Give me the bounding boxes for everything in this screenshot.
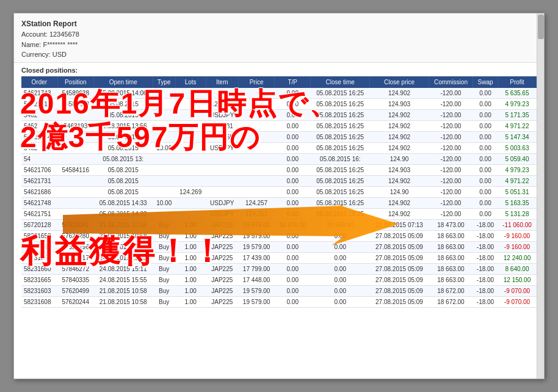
table-cell: 05.08.2015 16:25 [311, 88, 370, 99]
table-cell [239, 120, 275, 131]
table-cell: -120.00 [429, 186, 473, 197]
table-cell: 0.00 [311, 252, 370, 263]
table-cell: -120.00 [429, 164, 473, 175]
table-cell: -9 160.00 [498, 241, 536, 252]
table-cell: 17 799.00 [239, 263, 275, 274]
table-row: 546217065458411605.08.20150.0005.08.2015… [21, 164, 537, 175]
col-commission: Commission [429, 76, 473, 88]
col-order: Order [21, 76, 57, 88]
table-cell [57, 175, 93, 186]
table-cell: JAP225 [206, 219, 238, 230]
table-cell [239, 164, 275, 175]
table-cell: 0.00 [473, 120, 498, 131]
table-cell: 21.08.2015 10:58 [93, 241, 153, 252]
table-cell: 54621744 [21, 131, 57, 142]
table-cell: 0.00 [275, 109, 311, 120]
table-cell: 18 476.00 [275, 219, 311, 230]
table-cell: 58231603 [21, 285, 57, 296]
table-cell: 124.902 [370, 142, 429, 153]
table-body: 546217435458963805.08.2015 14:060.0005.0… [21, 88, 537, 308]
table-cell: 0.00 [473, 208, 498, 219]
table-cell [153, 186, 175, 197]
table-cell [57, 131, 93, 142]
table-cell: JAP225 [206, 252, 238, 263]
table-cell [175, 208, 206, 219]
table-cell [153, 98, 175, 109]
scrollbar-thumb[interactable] [538, 15, 544, 39]
table-cell: 0.00 [275, 120, 311, 131]
table-cell: 0.00 [311, 274, 370, 285]
table-cell: 0.00 [275, 241, 311, 252]
table-cell [175, 164, 206, 175]
section-closed-positions: Closed positions: [14, 63, 544, 76]
table-cell [153, 175, 175, 186]
table-cell: -120.00 [429, 153, 473, 164]
table-cell: 54621686 [21, 186, 57, 197]
table-cell: USDJPY [206, 197, 238, 208]
table-cell: 1.00 [175, 285, 206, 296]
table-cell: 0.00 [275, 208, 311, 219]
table-cell [206, 164, 238, 175]
table-cell: 58231665 [21, 274, 57, 285]
table-cell [175, 120, 206, 131]
table-cell: 05.08.2015 16:25 [311, 197, 370, 208]
table-cell: 0.00 [275, 197, 311, 208]
table-cell [239, 88, 275, 99]
table-cell: 0.00 [275, 98, 311, 109]
table-cell [175, 98, 206, 109]
table-cell: 05.08.2015 16:25 [311, 120, 370, 131]
table-cell: 57840417 [57, 252, 93, 263]
table-cell [175, 197, 206, 208]
table-cell: 1.00 [175, 274, 206, 285]
col-profit: Profit [498, 76, 536, 88]
table-cell: 124.281 [206, 120, 238, 131]
table-cell: 24.08.2015 15:11 [93, 263, 153, 274]
table-cell: 21.08.2015 07:13 [370, 219, 429, 230]
table-row: 546205.08.201510.00USDJPY0.0005.08.2015 … [21, 142, 537, 153]
table-cell: 05.08.2015 16:25 [311, 186, 370, 197]
table-cell [175, 109, 206, 120]
table-cell: 27.08.2015 05:09 [370, 285, 429, 296]
table-cell: 5463193 [57, 120, 93, 131]
table-cell: 0.00 [275, 263, 311, 274]
table-cell: 57620499 [57, 285, 93, 296]
table-cell [153, 120, 175, 131]
table-cell: -120.00 [429, 88, 473, 99]
table-cell: 0.00 [473, 131, 498, 142]
table-cell [239, 98, 275, 109]
table-cell: -120.00 [429, 109, 473, 120]
table-cell: 57620244 [57, 296, 93, 307]
table-cell: 0.00 [311, 230, 370, 241]
table-cell: 54621743 [21, 88, 57, 99]
table-cell: 124.257 [239, 197, 275, 208]
table-cell: 5462 [21, 109, 57, 120]
table-cell: 19 579.00 [239, 241, 275, 252]
table-cell: Buy [153, 230, 175, 241]
name-line: Name: F******* **** [21, 40, 537, 50]
table-cell [206, 175, 238, 186]
table-cell: 05.08.2015 16:25 [311, 98, 370, 109]
table-cell: 0.00 [275, 252, 311, 263]
table-cell: 05.08.2015 16:25 [311, 208, 370, 219]
table-cell: -120.00 [429, 197, 473, 208]
table-cell: 5 635.65 [498, 88, 536, 99]
table-row: 582316085762024421.08.2015 10:58Buy1.00J… [21, 296, 537, 307]
account-value: 12345678 [49, 31, 79, 38]
table-cell [57, 142, 93, 153]
table-cell: 05.08.2015 16:25 [311, 109, 370, 120]
table-cell: 124.259 [206, 131, 238, 142]
table-cell [57, 197, 93, 208]
table-cell: 0.00 [275, 175, 311, 186]
table-cell: JAP225 [206, 285, 238, 296]
table-cell: 57620280 [57, 230, 93, 241]
table-cell: 05.08.2015 16: [311, 153, 370, 164]
scrollbar[interactable] [537, 13, 544, 379]
table-cell: 05.08.2015 13:56 [93, 120, 153, 131]
table-cell: -120.00 [429, 175, 473, 186]
table-cell: 0.00 [473, 197, 498, 208]
table-cell: 1.00 [175, 219, 206, 230]
table-cell: 124.902 [370, 120, 429, 131]
table-cell: 54621706 [21, 164, 57, 175]
table-cell: 54621711 [21, 98, 57, 109]
table-cell [153, 208, 175, 219]
